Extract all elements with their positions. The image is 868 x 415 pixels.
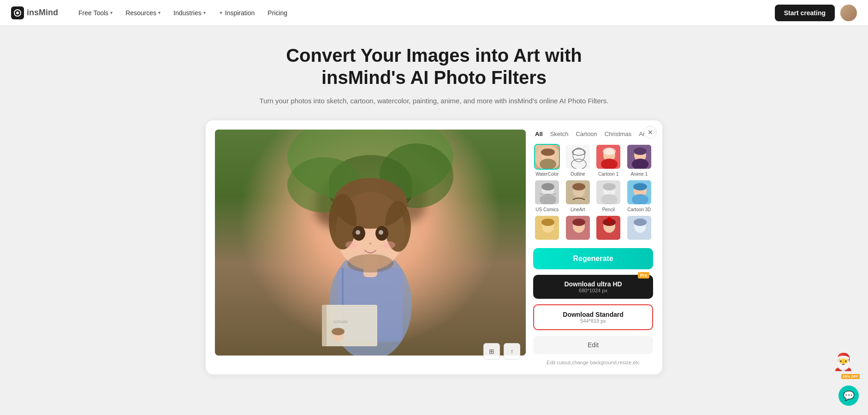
page-content: Convert Your Images into Art with insMin… — [0, 0, 868, 415]
filter-thumb-outline — [565, 144, 591, 170]
nav-industries[interactable]: Industries ▾ — [168, 6, 211, 20]
brand-logo[interactable]: insMind — [11, 6, 58, 19]
filter-label-lineart: LineArt — [571, 207, 585, 212]
thumb-img-outline — [566, 145, 590, 169]
floating-santa[interactable]: 🎅 25% OFF — [833, 352, 859, 378]
industries-chevron: ▾ — [203, 10, 206, 15]
hero-title: Convert Your Images into Art with insMin… — [259, 44, 609, 89]
filter-row3b[interactable] — [564, 215, 592, 243]
svg-point-67 — [607, 217, 612, 222]
svg-point-14 — [347, 254, 393, 273]
filter-lineart[interactable]: LineArt — [564, 179, 592, 212]
image-area: AITAINI ⊞ ↑ — [215, 130, 526, 365]
filter-label-watercolor: WaterColor — [535, 172, 559, 177]
svg-point-70 — [634, 219, 647, 226]
filter-cartoon3d[interactable]: Cartoon 3D — [625, 179, 654, 212]
start-creating-button[interactable]: Start creating — [775, 5, 835, 21]
filter-label-cartoon3d: Cartoon 3D — [627, 207, 651, 212]
download-hd-button[interactable]: Pro Download ultra HD 680*1024 px — [533, 275, 653, 299]
svg-point-19 — [345, 241, 358, 249]
pricing-label: Pricing — [268, 9, 287, 17]
tab-christmas[interactable]: Christmas — [603, 130, 634, 138]
svg-point-56 — [633, 183, 647, 190]
svg-point-17 — [356, 230, 360, 235]
edit-button[interactable]: Edit — [533, 336, 653, 354]
user-avatar[interactable] — [840, 5, 857, 21]
close-button[interactable]: ✕ — [644, 126, 657, 139]
nav-pricing[interactable]: Pricing — [262, 6, 293, 20]
tab-sketch[interactable]: Sketch — [548, 130, 571, 138]
filter-thumb-anime1 — [626, 144, 652, 170]
filter-outline[interactable]: Outline — [564, 144, 592, 177]
filter-cartoon1[interactable]: Cartoon 1 — [595, 144, 623, 177]
download-standard-button[interactable]: Download Standard 544*819 px — [533, 304, 653, 330]
thumb-img-pencil — [596, 180, 620, 204]
filter-row3d[interactable] — [625, 215, 654, 243]
nav-free-tools[interactable]: Free Tools ▾ — [73, 6, 118, 20]
santa-badge: 25% OFF — [841, 374, 860, 379]
pro-badge: Pro — [638, 272, 649, 279]
filter-thumb-pencil — [595, 179, 621, 205]
thumb-img-watercolor — [535, 145, 559, 169]
hero-section: Convert Your Images into Art with insMin… — [250, 26, 618, 120]
thumb-img-cartoon3d — [627, 180, 651, 204]
free-tools-chevron: ▾ — [110, 10, 113, 15]
filter-anime1[interactable]: Anime 1 — [625, 144, 654, 177]
thumb-img-anime1 — [627, 145, 651, 169]
upload-button[interactable]: ↑ — [504, 343, 520, 360]
main-image: AITAINI — [215, 130, 526, 356]
filter-tabs: All Sketch Cartoon Christmas Art — [533, 130, 653, 138]
nav-resources[interactable]: Resources ▾ — [120, 6, 166, 20]
chat-bubble[interactable]: 💬 — [838, 385, 859, 406]
filter-row3c[interactable] — [595, 215, 623, 243]
filter-thumb-row3c — [595, 215, 621, 241]
thumb-img-lineart — [566, 180, 590, 204]
filter-uscomics[interactable]: US Comics — [533, 179, 561, 212]
tab-all[interactable]: All — [533, 130, 545, 138]
nav-links: Free Tools ▾ Resources ▾ Industries ▾ In… — [73, 6, 775, 20]
svg-point-63 — [572, 219, 585, 226]
thumb-img-row3a — [535, 216, 559, 240]
split-view-button[interactable]: ⊞ — [483, 343, 500, 360]
filter-label-pencil: Pencil — [602, 207, 615, 212]
thumb-img-cartoon1 — [596, 145, 620, 169]
edit-hint: Edit cutout,change background,resize,etc — [533, 360, 653, 365]
filter-thumb-watercolor — [534, 144, 560, 170]
thumb-img-uscomics — [535, 180, 559, 204]
svg-point-20 — [382, 241, 395, 249]
svg-point-37 — [601, 159, 618, 170]
svg-point-60 — [541, 219, 554, 226]
filter-row3a[interactable] — [533, 215, 561, 243]
svg-point-28 — [541, 148, 555, 156]
svg-point-12 — [329, 194, 357, 249]
chat-icon: 💬 — [843, 390, 855, 401]
filter-thumb-lineart — [565, 179, 591, 205]
split-icon: ⊞ — [489, 348, 494, 355]
svg-point-49 — [572, 183, 585, 190]
filter-grid: WaterColor Outlin — [533, 144, 653, 243]
filter-watercolor[interactable]: WaterColor — [533, 144, 561, 177]
free-tools-label: Free Tools — [78, 9, 108, 17]
image-toolbar: ⊞ ↑ — [483, 343, 520, 360]
download-hd-label: Download ultra HD — [564, 280, 622, 288]
logo-icon — [11, 6, 24, 19]
download-hd-size: 680*1024 px — [539, 288, 648, 293]
filter-thumb-cartoon3d — [626, 179, 652, 205]
regenerate-button[interactable]: Regenerate — [533, 248, 653, 269]
svg-point-1 — [16, 12, 19, 14]
svg-text:AITAINI: AITAINI — [333, 320, 348, 324]
filter-pencil[interactable]: Pencil — [595, 179, 623, 212]
thumb-img-row3b — [566, 216, 590, 240]
tab-cartoon[interactable]: Cartoon — [574, 130, 599, 138]
svg-rect-30 — [566, 145, 591, 170]
svg-point-45 — [540, 194, 556, 205]
filter-thumb-row3b — [565, 215, 591, 241]
download-standard-label: Download Standard — [563, 311, 623, 318]
image-svg: AITAINI — [215, 130, 526, 356]
svg-point-40 — [634, 148, 647, 155]
filter-thumb-cartoon1 — [595, 144, 621, 170]
industries-label: Industries — [173, 9, 202, 17]
filter-thumb-uscomics — [534, 179, 560, 205]
nav-inspiration[interactable]: Inspiration — [213, 6, 261, 20]
svg-point-53 — [601, 194, 618, 205]
